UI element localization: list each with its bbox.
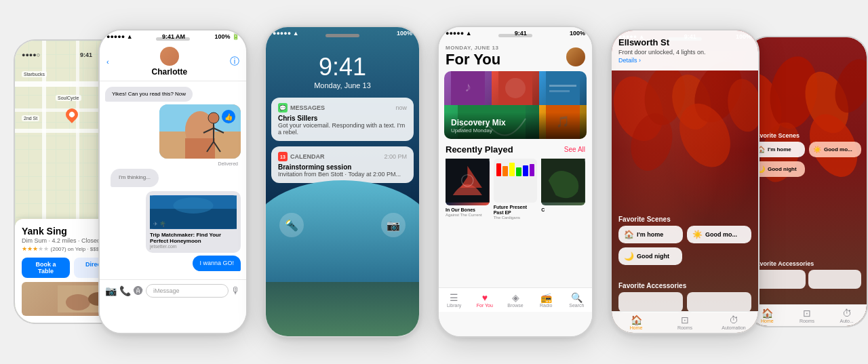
- album-in-our-bones[interactable]: In Our Bones Against The Current: [446, 159, 490, 220]
- scene-im-home[interactable]: 🏠 I'm home: [618, 226, 683, 243]
- message-link: ✈ 🌴 Trip Matchmaker: Find Your Perfect H…: [105, 191, 241, 253]
- message-input-bar: 📷 📞 🅐 iMessage 🎙: [100, 279, 246, 302]
- scene-text: Good night: [768, 166, 797, 172]
- accessory-2[interactable]: [687, 292, 751, 312]
- album-artwork-3: [541, 159, 585, 205]
- camera-icon[interactable]: 📷: [105, 285, 117, 296]
- notification-header: 13 CALENDAR 2:00 PM: [278, 152, 407, 161]
- home-label: Home: [761, 319, 774, 323]
- scene-good-morning[interactable]: ☀️ Good mo...: [687, 226, 751, 243]
- album-artist-2: The Cardigans: [494, 216, 538, 220]
- scene-good-morning-partial[interactable]: ☀️ Good mo...: [809, 142, 861, 157]
- accessory-1[interactable]: [618, 292, 683, 312]
- accessory-1[interactable]: [753, 270, 806, 289]
- status-time: 9:41: [80, 52, 92, 58]
- tab-for-you[interactable]: ♥ For You: [469, 291, 500, 309]
- tab-browse[interactable]: ◈ Browse: [500, 291, 530, 309]
- music-section-title: For You: [446, 51, 500, 68]
- svg-point-1: [66, 294, 90, 310]
- thinking-indicator: I'm thinking...: [105, 167, 241, 188]
- automation-icon: ⏱: [827, 308, 867, 319]
- mic-icon[interactable]: 🎙: [231, 285, 241, 296]
- phone-homekit: ●●●●● ▲ 9:41 100% Ellsworth St Front doo…: [610, 29, 760, 334]
- tab-rooms-partial[interactable]: ⊡ Rooms: [787, 308, 827, 323]
- battery: 100%: [397, 30, 412, 37]
- calendar-icon: 13: [278, 152, 288, 161]
- tab-radio[interactable]: 📻 Radio: [531, 291, 561, 309]
- partial-scenes: Favorite Scenes 🏠 I'm home ☀️ Good mo...…: [747, 132, 867, 177]
- scenes-row2: 🌙 Good night: [753, 161, 861, 177]
- flashlight-button[interactable]: 🔦: [279, 213, 304, 237]
- home-details-link[interactable]: Details ›: [618, 57, 751, 64]
- phone-icon[interactable]: 📞: [119, 285, 131, 296]
- album-future-present[interactable]: Future Present Past EP The Cardigans: [494, 159, 538, 220]
- automation-label: Auto...: [840, 319, 854, 323]
- lockscreen: ●●●●● ▲ 100% 9:41 Monday, June 13 💬 MESS…: [266, 27, 419, 336]
- rooms-icon: ⊡: [787, 308, 827, 319]
- scenes-row2: 🌙 Good night: [618, 247, 751, 265]
- map-label: SoulCycle: [56, 95, 81, 101]
- link-title: Trip Matchmaker: Find Your Perfect Honey…: [150, 232, 237, 244]
- music-date: MONDAY, JUNE 13: [446, 45, 500, 51]
- svg-point-20: [505, 78, 526, 98]
- battery: 100% 🔋: [214, 33, 239, 40]
- thinking-bubble: I'm thinking...: [111, 169, 159, 186]
- appstore-icon[interactable]: 🅐: [134, 285, 143, 296]
- home-icon: 🏠: [624, 230, 634, 239]
- accessories-label: Favorite Accessories: [618, 282, 751, 289]
- calendar-event-detail: Invitation from Ben Stott · Today at 2:0…: [278, 171, 407, 178]
- signal-strength: ●●●●○: [22, 52, 40, 58]
- phone-homekit-partial: Favorite Scenes 🏠 I'm home ☀️ Good mo...…: [746, 36, 868, 327]
- scene-good-night[interactable]: 🌙 Good night: [618, 247, 682, 265]
- svg-text:✈ 🌴: ✈ 🌴: [153, 220, 166, 226]
- scene-im-home-partial[interactable]: 🏠 I'm home: [753, 142, 805, 157]
- link-domain: jetsetter.com: [150, 244, 237, 249]
- messages-notification: 💬 MESSAGES now Chris Sillers Got your vo…: [271, 98, 414, 141]
- svg-rect-22: [549, 85, 576, 87]
- delivered-status: Delivered: [105, 161, 241, 166]
- tab-library[interactable]: ☰ Library: [439, 291, 469, 309]
- rooms-tab-icon: ⊡: [660, 315, 709, 325]
- lock-date: Monday, June 13: [266, 81, 419, 89]
- discovery-subtitle: Updated Monday: [451, 127, 580, 134]
- messages-body: Yikes! Can you read this? Now: [100, 81, 246, 279]
- notif-time: 2:00 PM: [384, 153, 407, 160]
- tab-automation-partial[interactable]: ⏱ Auto...: [827, 308, 867, 323]
- svg-point-7: [208, 113, 219, 123]
- back-button[interactable]: ‹: [106, 58, 109, 66]
- scenes-label: Favorite Scenes: [753, 132, 861, 139]
- message-input-field[interactable]: iMessage: [146, 284, 229, 298]
- tab-radio-label: Radio: [540, 303, 552, 308]
- favorite-accessories: Favorite Accessories: [612, 282, 758, 312]
- home-tab-bar: 🏠 Home ⊡ Rooms ⏱ Automation: [612, 311, 758, 333]
- album-title-1: In Our Bones: [446, 207, 490, 213]
- scene-good-night-partial[interactable]: 🌙 Good night: [753, 161, 805, 177]
- see-all-link[interactable]: See All: [564, 146, 585, 153]
- tab-home[interactable]: 🏠 Home: [612, 315, 660, 330]
- accessories-grid: [618, 292, 751, 312]
- svg-text:♪: ♪: [465, 79, 471, 94]
- partial-accessories: Favorite Accessories: [747, 260, 867, 289]
- tab-automation[interactable]: ⏱ Automation: [709, 315, 758, 330]
- book-table-button[interactable]: Book a Table: [22, 258, 70, 278]
- svg-rect-21: [546, 71, 580, 105]
- discovery-mix-card[interactable]: ♪: [444, 71, 587, 139]
- album-c[interactable]: C: [541, 159, 585, 220]
- disc-cell-2: [492, 71, 539, 105]
- tab-search[interactable]: 🔍 Search: [561, 291, 592, 309]
- map-label: Starbucks: [22, 71, 47, 77]
- browse-icon: ◈: [500, 292, 530, 303]
- info-button[interactable]: ⓘ: [230, 56, 239, 68]
- accessory-2[interactable]: [808, 270, 861, 289]
- camera-button[interactable]: 📷: [381, 213, 406, 237]
- tab-rooms[interactable]: ⊡ Rooms: [660, 315, 709, 330]
- recently-played-section: Recently Played See All: [439, 144, 592, 220]
- homekit-screen: ●●●●● ▲ 9:41 100% Ellsworth St Front doo…: [612, 31, 758, 333]
- signal: ●●●●● ▲: [106, 33, 133, 40]
- link-preview-image: ✈ 🌴: [150, 195, 237, 229]
- music-header: MONDAY, JUNE 13 For You: [439, 39, 592, 71]
- phone-lockscreen: ●●●●● ▲ 100% 9:41 Monday, June 13 💬 MESS…: [264, 26, 420, 338]
- albums-grid: In Our Bones Against The Current: [446, 159, 585, 220]
- status-bar: ●●●●● ▲ 100%: [266, 27, 419, 39]
- phones-showcase: Starbucks SoulCycle 2nd St Chevron 76° Y…: [0, 0, 868, 364]
